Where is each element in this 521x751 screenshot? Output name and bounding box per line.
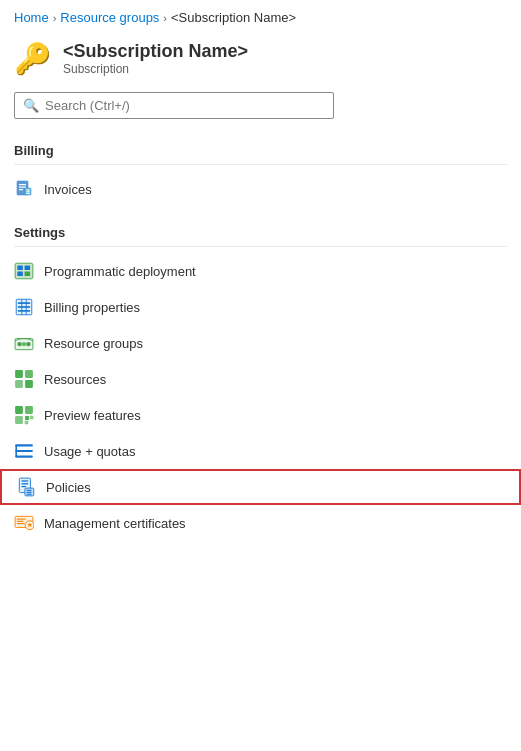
menu-item-resource-groups[interactable]: Resource groups xyxy=(0,325,521,361)
usage-quotas-label: Usage + quotas xyxy=(44,444,135,459)
usage-quotas-icon xyxy=(14,441,34,461)
breadcrumb-resource-groups[interactable]: Resource groups xyxy=(60,10,159,25)
section-divider-settings xyxy=(14,246,507,247)
svg-rect-3 xyxy=(19,189,23,190)
billing-properties-label: Billing properties xyxy=(44,300,140,315)
svg-rect-9 xyxy=(17,265,23,269)
svg-rect-10 xyxy=(25,265,31,269)
svg-rect-38 xyxy=(22,480,29,481)
svg-rect-30 xyxy=(25,416,29,420)
svg-rect-39 xyxy=(22,483,29,484)
breadcrumb-sep1: › xyxy=(53,12,57,24)
menu-item-invoices[interactable]: Invoices xyxy=(0,171,521,207)
menu-item-policies[interactable]: Policies xyxy=(0,469,521,505)
resource-groups-label: Resource groups xyxy=(44,336,143,351)
subscription-icon: 🔑 xyxy=(14,44,51,74)
svg-rect-29 xyxy=(15,416,23,424)
svg-rect-11 xyxy=(17,272,23,276)
search-box[interactable]: 🔍 xyxy=(14,92,334,119)
svg-rect-27 xyxy=(15,406,23,414)
svg-rect-23 xyxy=(15,370,23,378)
svg-rect-32 xyxy=(25,421,28,424)
programmatic-deployment-icon xyxy=(14,261,34,281)
breadcrumb-sep2: › xyxy=(163,12,167,24)
breadcrumb-current: <Subscription Name> xyxy=(171,10,296,25)
preview-features-icon xyxy=(14,405,34,425)
programmatic-deployment-label: Programmatic deployment xyxy=(44,264,196,279)
svg-rect-40 xyxy=(22,486,26,487)
policies-icon xyxy=(16,477,36,497)
page-header: 🔑 <Subscription Name> Subscription xyxy=(0,33,521,88)
section-header-settings: Settings xyxy=(0,215,521,244)
search-icon: 🔍 xyxy=(23,98,39,113)
svg-rect-28 xyxy=(25,406,33,414)
invoices-label: Invoices xyxy=(44,182,92,197)
svg-rect-31 xyxy=(30,416,33,419)
svg-rect-26 xyxy=(25,380,33,388)
resources-label: Resources xyxy=(44,372,106,387)
page-title: <Subscription Name> xyxy=(63,41,248,62)
menu-item-management-certificates[interactable]: ★ Management certificates xyxy=(0,505,521,541)
menu-item-usage-quotas[interactable]: Usage + quotas xyxy=(0,433,521,469)
menu-item-billing-properties[interactable]: Billing properties xyxy=(0,289,521,325)
menu-item-resources[interactable]: Resources xyxy=(0,361,521,397)
svg-rect-1 xyxy=(19,184,26,185)
svg-point-20 xyxy=(17,342,21,346)
section-header-billing: Billing xyxy=(0,133,521,162)
preview-features-label: Preview features xyxy=(44,408,141,423)
search-input[interactable] xyxy=(45,98,325,113)
breadcrumb: Home › Resource groups › <Subscription N… xyxy=(0,0,521,33)
breadcrumb-home[interactable]: Home xyxy=(14,10,49,25)
svg-rect-12 xyxy=(25,272,31,276)
svg-rect-24 xyxy=(25,370,33,378)
menu-item-programmatic-deployment[interactable]: Programmatic deployment xyxy=(0,253,521,289)
menu-item-preview-features[interactable]: Preview features xyxy=(0,397,521,433)
svg-rect-47 xyxy=(17,521,24,522)
header-info: <Subscription Name> Subscription xyxy=(63,41,248,76)
section-divider-billing xyxy=(14,164,507,165)
invoices-icon xyxy=(14,179,34,199)
resources-icon xyxy=(14,369,34,389)
settings-section: Settings xyxy=(0,215,521,247)
search-container: 🔍 xyxy=(0,88,521,133)
management-certificates-label: Management certificates xyxy=(44,516,186,531)
page-subtitle: Subscription xyxy=(63,62,248,76)
svg-rect-46 xyxy=(17,519,26,520)
svg-rect-48 xyxy=(17,523,25,524)
svg-rect-2 xyxy=(19,187,26,188)
svg-rect-25 xyxy=(15,380,23,388)
svg-point-21 xyxy=(22,342,26,346)
svg-point-22 xyxy=(26,342,30,346)
billing-properties-icon xyxy=(14,297,34,317)
policies-label: Policies xyxy=(46,480,91,495)
management-certificates-icon: ★ xyxy=(14,513,34,533)
resource-groups-icon xyxy=(14,333,34,353)
